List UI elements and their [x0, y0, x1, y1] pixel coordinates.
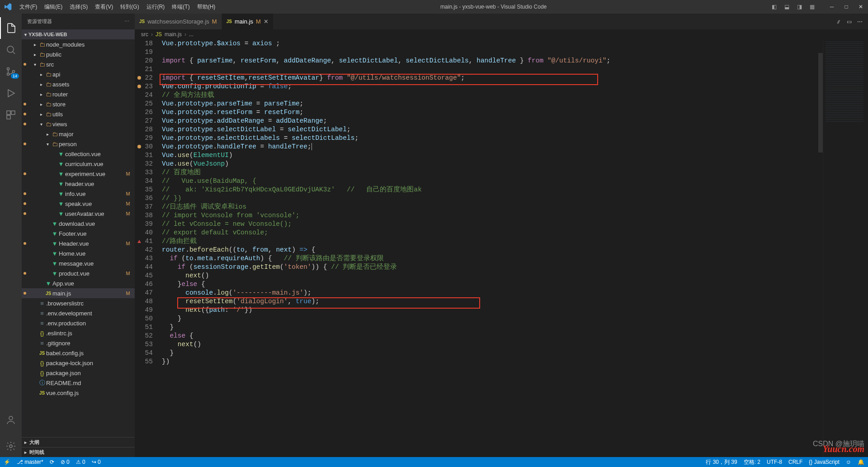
- file-item[interactable]: ▼curriculum.vue: [22, 159, 135, 169]
- folder-item[interactable]: ▾🗀person: [22, 139, 135, 149]
- close-button[interactable]: ✕: [854, 0, 868, 14]
- panel-bottom-icon[interactable]: ⬓: [781, 0, 793, 14]
- extensions-icon[interactable]: [0, 104, 22, 126]
- js-icon: JS: [156, 31, 162, 38]
- menu-item[interactable]: 查看(V): [91, 0, 117, 14]
- panel-right-icon[interactable]: ◨: [793, 0, 805, 14]
- file-item[interactable]: ▼message.vue: [22, 258, 135, 268]
- close-icon[interactable]: ✕: [264, 18, 269, 25]
- folder-item[interactable]: ▸🗀store: [22, 99, 135, 109]
- menu-item[interactable]: 帮助(H): [193, 0, 219, 14]
- svg-rect-6: [7, 115, 10, 119]
- more-icon[interactable]: ⋯: [857, 19, 863, 25]
- search-icon[interactable]: [0, 39, 22, 61]
- file-item[interactable]: JSvue.config.js: [22, 388, 135, 398]
- file-item[interactable]: ⓘREADME.md: [22, 378, 135, 388]
- file-item[interactable]: ▼collection.vue: [22, 149, 135, 159]
- folder-item[interactable]: ▸🗀node_modules: [22, 39, 135, 49]
- window-title: main.js - yxsb-vue-web - Visual Studio C…: [219, 4, 768, 10]
- file-item[interactable]: {}package.json: [22, 368, 135, 378]
- branch-status[interactable]: ⎇ master*: [17, 459, 43, 465]
- remote-icon[interactable]: ⚡: [4, 459, 10, 465]
- svg-point-8: [9, 445, 12, 448]
- source-code[interactable]: Vue.prototype.$axios = axios ;import { p…: [162, 39, 818, 366]
- breadcrumb-item[interactable]: src: [141, 31, 148, 38]
- file-item[interactable]: {}.eslintrc.js: [22, 328, 135, 338]
- folder-item[interactable]: ▸🗀public: [22, 49, 135, 59]
- scrollbar[interactable]: [818, 39, 823, 457]
- menu-item[interactable]: 编辑(E): [41, 0, 66, 14]
- bell-icon[interactable]: 🔔: [858, 459, 864, 465]
- file-item[interactable]: JSmain.jsM: [22, 288, 135, 298]
- account-icon[interactable]: [0, 409, 22, 431]
- file-item[interactable]: JSbabel.config.js: [22, 348, 135, 358]
- menu-item[interactable]: 文件(F): [16, 0, 41, 14]
- file-item[interactable]: ≡.gitignore: [22, 338, 135, 348]
- file-item[interactable]: ▼info.vueM: [22, 189, 135, 199]
- activitybar: 14: [0, 14, 22, 457]
- editor-tab[interactable]: JSmain.jsM✕: [222, 14, 274, 29]
- main-layout: 14 资源管理器 ⋯ YXSB-VUE-WEB ▸🗀node_modules▸🗀…: [0, 14, 868, 457]
- indentation-status[interactable]: 空格: 2: [744, 458, 760, 466]
- outline-panel[interactable]: 大纲: [22, 437, 135, 447]
- file-item[interactable]: ▼header.vue: [22, 179, 135, 189]
- folder-item[interactable]: ▾🗀src: [22, 59, 135, 69]
- cursor-position[interactable]: 行 30，列 39: [706, 458, 737, 466]
- sidebar-more-icon[interactable]: ⋯: [124, 19, 129, 24]
- file-item[interactable]: ▼download.vue: [22, 219, 135, 229]
- eol-status[interactable]: CRLF: [788, 459, 802, 465]
- folder-item[interactable]: ▸🗀api: [22, 69, 135, 79]
- file-item[interactable]: ▼Header.vueM: [22, 238, 135, 248]
- warnings-status[interactable]: ⚠ 0: [76, 459, 85, 465]
- file-item[interactable]: {}package-lock.json: [22, 358, 135, 368]
- file-item[interactable]: ▼product.vueM: [22, 268, 135, 278]
- sync-icon[interactable]: ⟳: [50, 459, 54, 465]
- menu-item[interactable]: 运行(R): [143, 0, 169, 14]
- titlebar: 文件(F)编辑(E)选择(S)查看(V)转到(G)运行(R)终端(T)帮助(H)…: [0, 0, 868, 14]
- gear-icon[interactable]: [0, 435, 22, 457]
- timeline-panel[interactable]: 时间线: [22, 447, 135, 457]
- menu-item[interactable]: 终端(T): [168, 0, 193, 14]
- ports-status[interactable]: ↪ 0: [92, 459, 101, 465]
- file-item[interactable]: ▼Home.vue: [22, 248, 135, 258]
- minimize-button[interactable]: ─: [825, 0, 839, 14]
- folder-item[interactable]: ▾🗀views: [22, 119, 135, 129]
- scm-icon[interactable]: 14: [0, 61, 22, 82]
- panel-left-icon[interactable]: ◧: [768, 0, 780, 14]
- maximize-button[interactable]: □: [839, 0, 854, 14]
- file-item[interactable]: ▼speak.vueM: [22, 199, 135, 209]
- menu-item[interactable]: 转到(G): [117, 0, 142, 14]
- sidebar-root[interactable]: YXSB-VUE-WEB: [22, 29, 135, 39]
- file-item[interactable]: ▼experiment.vueM: [22, 169, 135, 179]
- layout-icon[interactable]: ▦: [806, 0, 818, 14]
- file-item[interactable]: ▼App.vue: [22, 278, 135, 288]
- file-item[interactable]: ≡.env.production: [22, 318, 135, 328]
- window-controls: ─ □ ✕: [818, 0, 868, 14]
- split-icon[interactable]: ▭: [847, 19, 852, 25]
- folder-item[interactable]: ▸🗀utils: [22, 109, 135, 119]
- breadcrumb-item[interactable]: ...: [189, 31, 193, 38]
- file-item[interactable]: ▼Footer.vue: [22, 229, 135, 238]
- file-item[interactable]: ≡.browserslistrc: [22, 298, 135, 308]
- run-icon[interactable]: [0, 82, 22, 104]
- folder-item[interactable]: ▸🗀assets: [22, 79, 135, 89]
- language-status[interactable]: {} JavaScript: [809, 459, 839, 465]
- scrollbar-thumb[interactable]: [818, 53, 823, 152]
- minimap[interactable]: [823, 39, 868, 457]
- menu-item[interactable]: 选择(S): [66, 0, 91, 14]
- compare-icon[interactable]: ⫽: [836, 19, 841, 25]
- folder-item[interactable]: ▸🗀major: [22, 129, 135, 139]
- explorer-icon[interactable]: [0, 17, 22, 39]
- editor[interactable]: 1819202122232425262728293031323334353637…: [135, 39, 868, 457]
- folder-item[interactable]: ▸🗀router: [22, 89, 135, 99]
- scm-badge: 14: [11, 73, 19, 79]
- feedback-icon[interactable]: ☺: [846, 459, 851, 465]
- breadcrumb[interactable]: src › JS main.js › ...: [135, 29, 868, 39]
- encoding-status[interactable]: UTF-8: [767, 459, 782, 465]
- chevron-right-icon: ›: [184, 31, 186, 38]
- editor-tab[interactable]: JSwatchsessionStorage.jsM: [135, 14, 222, 29]
- errors-status[interactable]: ⊘ 0: [61, 459, 70, 465]
- file-item[interactable]: ▼userAvatar.vueM: [22, 209, 135, 219]
- breadcrumb-item[interactable]: main.js: [165, 31, 182, 38]
- file-item[interactable]: ≡.env.development: [22, 308, 135, 318]
